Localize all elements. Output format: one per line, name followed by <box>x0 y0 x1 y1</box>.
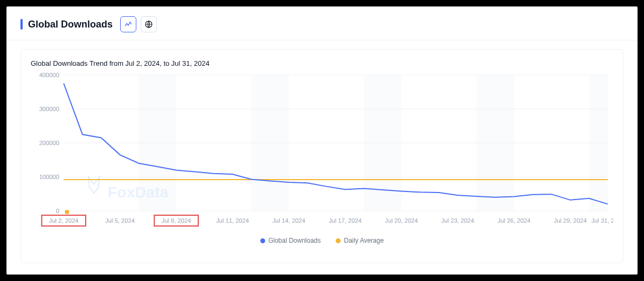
svg-text:Jul 8, 2024: Jul 8, 2024 <box>162 217 191 224</box>
svg-text:100000: 100000 <box>39 174 59 180</box>
svg-text:0: 0 <box>56 208 59 214</box>
svg-text:Jul 14, 2024: Jul 14, 2024 <box>272 217 305 224</box>
svg-point-19 <box>65 210 69 214</box>
legend-item-average[interactable]: Daily Average <box>336 237 384 244</box>
svg-text:Jul 17, 2024: Jul 17, 2024 <box>329 217 362 224</box>
svg-text:Jul 23, 2024: Jul 23, 2024 <box>441 217 474 224</box>
chart-card: Global Downloads Trend from Jul 2, 2024,… <box>20 49 624 263</box>
header: Global Downloads <box>6 6 638 40</box>
svg-text:Jul 5, 2024: Jul 5, 2024 <box>105 217 135 224</box>
legend-label: Daily Average <box>344 237 384 244</box>
svg-text:Jul 26, 2024: Jul 26, 2024 <box>497 217 530 224</box>
globe-icon <box>144 20 153 29</box>
title-accent <box>20 19 23 30</box>
svg-text:200000: 200000 <box>39 140 59 146</box>
chart-title: Global Downloads Trend from Jul 2, 2024,… <box>31 59 613 67</box>
svg-text:Jul 11, 2024: Jul 11, 2024 <box>216 217 249 224</box>
app-frame: Global Downloads Global Downloads Trend … <box>6 6 638 275</box>
legend: Global Downloads Daily Average <box>31 237 613 244</box>
chart-svg: 0100000200000300000400000FoxDataJul 2, 2… <box>31 71 613 232</box>
legend-dot <box>336 238 341 243</box>
legend-label: Global Downloads <box>268 237 321 244</box>
svg-text:400000: 400000 <box>39 72 59 78</box>
svg-text:300000: 300000 <box>39 106 59 112</box>
legend-item-downloads[interactable]: Global Downloads <box>260 237 321 244</box>
svg-text:FoxData: FoxData <box>108 183 169 201</box>
globe-view-button[interactable] <box>141 16 157 32</box>
legend-dot <box>260 238 265 243</box>
page-title: Global Downloads <box>28 19 113 30</box>
line-chart-view-button[interactable] <box>120 16 136 32</box>
chart-area: 0100000200000300000400000FoxDataJul 2, 2… <box>31 71 613 232</box>
view-toggle-group <box>120 16 157 32</box>
svg-text:Jul 31, 2024: Jul 31, 2024 <box>591 217 613 224</box>
svg-text:Jul 2, 2024: Jul 2, 2024 <box>49 217 79 224</box>
svg-text:Jul 20, 2024: Jul 20, 2024 <box>385 217 418 224</box>
svg-text:Jul 29, 2024: Jul 29, 2024 <box>554 217 587 224</box>
line-chart-icon <box>124 20 133 29</box>
